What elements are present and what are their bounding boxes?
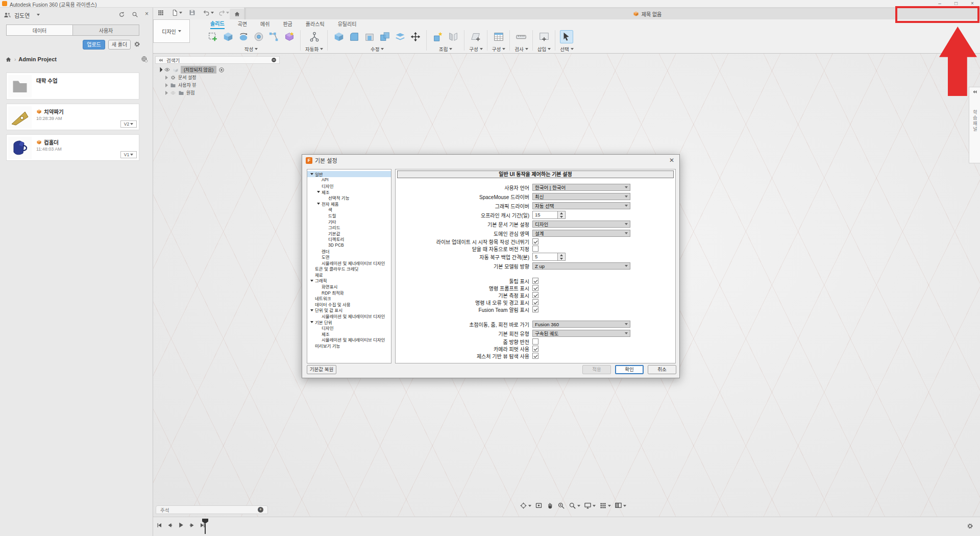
pref-checkbox[interactable] (532, 246, 538, 252)
pan-icon[interactable] (546, 502, 554, 509)
home-icon[interactable] (5, 56, 12, 63)
tree-expand-icon[interactable] (309, 278, 315, 284)
spinner-up-icon[interactable] (560, 212, 563, 214)
pref-checkbox[interactable] (532, 238, 538, 245)
collapse-double-chevron-icon[interactable] (158, 58, 163, 63)
pref-tree-item[interactable]: 시뮬레이션 및 제너레이티브 디자인 (307, 337, 391, 343)
pref-tree-item[interactable]: 시뮬레이션 및 제너레이티브 디자인 (307, 313, 391, 319)
measure-icon[interactable] (514, 30, 528, 43)
upload-button[interactable]: 업로드 (83, 40, 105, 50)
pref-tree-item[interactable]: 단위 및 값 표시 (307, 307, 391, 313)
refresh-icon[interactable] (118, 11, 125, 18)
spinner-down-icon[interactable] (560, 216, 563, 218)
spinner-arrows[interactable] (558, 211, 566, 219)
ribbon-tab-곡면[interactable]: 곡면 (238, 20, 247, 29)
pref-select[interactable]: Z up (532, 262, 630, 270)
list-item-design[interactable]: 치약짜기 10:28:39 AM V2 (6, 104, 139, 130)
pref-tree-item[interactable]: 디자인 (307, 183, 391, 189)
pref-tree-item[interactable]: 드릴 (307, 212, 391, 218)
pref-tree-item[interactable]: 일반 (307, 171, 391, 177)
spinner-down-icon[interactable] (560, 258, 563, 260)
pref-tree-item[interactable]: 선택적 기능 (307, 194, 391, 201)
joint-icon[interactable] (447, 30, 460, 43)
zoom-icon[interactable] (557, 502, 565, 509)
collapsed-arrow-icon[interactable] (165, 83, 168, 87)
pref-tree-item[interactable]: 그래픽 (307, 278, 391, 284)
browser-header[interactable]: 검색기 (155, 56, 280, 64)
home-tab-button[interactable] (230, 9, 244, 19)
grid-settings-icon[interactable] (599, 502, 611, 509)
list-item-folder[interactable]: 대학 수업 (6, 72, 139, 100)
pref-tree-item[interactable]: 제조 (307, 189, 391, 195)
combine-icon[interactable] (378, 30, 391, 43)
comments-bar[interactable]: 주석 + (156, 505, 268, 514)
pref-tree-item[interactable]: 기본값 (307, 230, 391, 236)
document-tab[interactable]: 제목 없음 (246, 8, 980, 19)
new-folder-button[interactable]: 새 폴더 (108, 40, 131, 50)
ribbon-group-label[interactable]: 구성 (469, 45, 482, 53)
pref-checkbox[interactable] (532, 299, 538, 305)
pref-tree-item[interactable]: 색 (307, 207, 391, 213)
display-settings-icon[interactable] (584, 502, 596, 509)
pref-tree-item[interactable]: 토큰 및 클라우드 크레딧 (307, 266, 391, 272)
pref-checkbox[interactable] (532, 338, 538, 345)
collapsed-arrow-icon[interactable] (165, 76, 168, 80)
ribbon-group-label[interactable]: 선택 (560, 45, 573, 53)
restore-defaults-button[interactable]: 기본값 복원 (307, 365, 336, 374)
pref-checkbox[interactable] (532, 292, 538, 298)
spinner-arrows[interactable] (558, 253, 566, 261)
ribbon-tab-솔리드[interactable]: 솔리드 (210, 19, 225, 29)
apply-button[interactable]: 적용 (582, 365, 611, 374)
browser-node-origin[interactable]: 원점 (155, 89, 280, 96)
undo-icon[interactable] (203, 9, 214, 16)
target-icon[interactable] (218, 67, 225, 73)
user-name[interactable]: 김도연 (14, 11, 30, 19)
pref-checkbox[interactable] (532, 278, 538, 284)
eye-icon[interactable] (170, 90, 176, 95)
save-icon[interactable] (189, 9, 195, 16)
ribbon-group-label[interactable]: 검사 (514, 45, 528, 53)
automate-icon[interactable] (308, 30, 321, 43)
add-comment-icon[interactable]: + (258, 507, 263, 513)
step-back-icon[interactable] (167, 522, 173, 528)
ribbon-group-label[interactable]: 작성 (244, 45, 258, 53)
spinner-value[interactable]: 5 (532, 253, 558, 261)
list-item-design[interactable]: 컵홀더 11:48:03 AM V1 (6, 134, 139, 161)
ribbon-group-label[interactable]: 자동화 (305, 45, 323, 53)
expanded-arrow-icon[interactable] (158, 67, 163, 72)
tree-expand-icon[interactable] (309, 171, 315, 177)
skip-to-start-icon[interactable] (156, 522, 162, 528)
ok-button[interactable]: 확인 (615, 365, 644, 374)
insert-mesh-icon[interactable] (537, 30, 551, 43)
pref-select[interactable]: 구속된 궤도 (532, 330, 630, 337)
version-badge[interactable]: V2 (120, 120, 137, 128)
eye-icon[interactable] (164, 67, 170, 72)
fillet-icon[interactable] (348, 30, 361, 43)
panel-tab-1[interactable]: 사용자 (73, 25, 139, 36)
pref-tree-item[interactable]: 데이터 수집 및 사용 (307, 301, 391, 307)
play-icon[interactable] (178, 522, 184, 528)
pref-select[interactable]: 최신 (532, 193, 630, 200)
pref-select[interactable]: Fusion 360 (532, 321, 630, 328)
dialog-titlebar[interactable]: F 기본 설정 ✕ (302, 155, 679, 166)
ribbon-tab-메쉬[interactable]: 메쉬 (260, 20, 270, 29)
sweep-icon[interactable] (252, 30, 265, 43)
pref-tree-item[interactable]: 디렉토리 (307, 236, 391, 242)
browser-minus-icon[interactable] (271, 57, 277, 63)
pref-tree-item[interactable]: 시뮬레이션 및 제너레이티브 디자인 (307, 260, 391, 266)
pref-tree-item[interactable]: 렌더 (307, 248, 391, 254)
pref-checkbox[interactable] (532, 346, 538, 352)
pref-tree-item[interactable]: 기타 (307, 218, 391, 225)
tree-expand-icon[interactable] (309, 319, 315, 325)
pref-spinner[interactable]: 5 (532, 253, 566, 261)
user-menu-caret-icon[interactable] (37, 14, 40, 16)
construction-plane-icon[interactable] (469, 30, 482, 43)
select-icon[interactable] (560, 30, 573, 43)
pref-select[interactable]: 디자인 (532, 221, 630, 228)
extrude-icon[interactable] (222, 30, 235, 43)
viewport-canvas[interactable]: 검색기 (저장되지 않음) 문서 설정 사용자 뷰 (153, 54, 980, 517)
pref-tree-item[interactable]: 그리드 (307, 224, 391, 230)
workspace-selector[interactable]: 디자인 (153, 19, 190, 43)
step-forward-icon[interactable] (189, 522, 195, 528)
panel-tab-0[interactable]: 데이터 (6, 25, 73, 36)
